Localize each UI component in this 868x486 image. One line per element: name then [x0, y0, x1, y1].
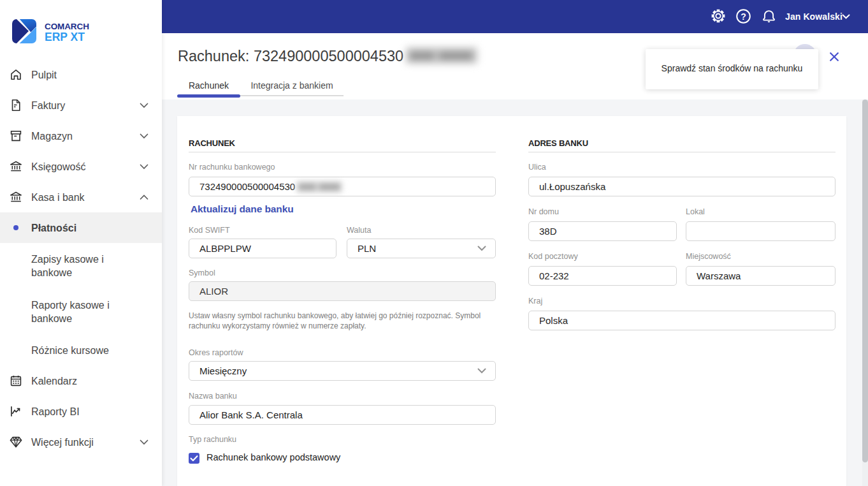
svg-text:?: ? — [741, 11, 746, 22]
